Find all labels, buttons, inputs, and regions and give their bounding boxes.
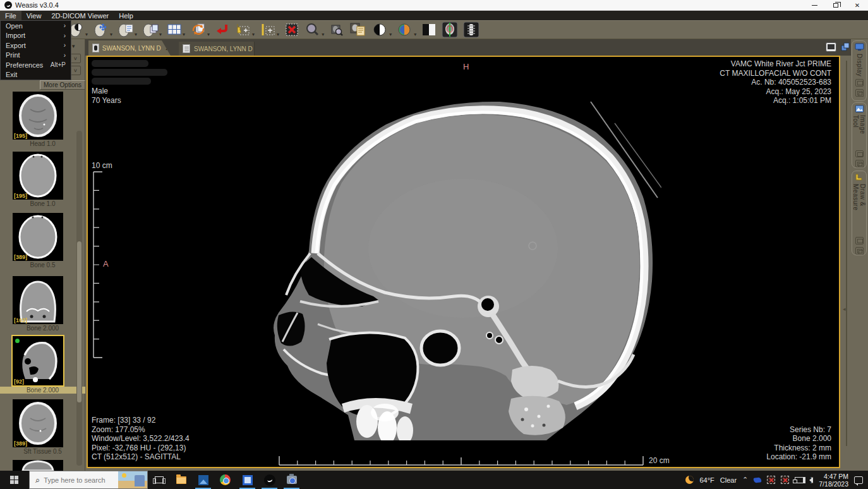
- panel-toggle-draw-measure[interactable]: Draw & Measure: [852, 171, 867, 255]
- mouse-series-scroll-button[interactable]: ▾: [118, 22, 137, 37]
- reset-button[interactable]: [215, 22, 230, 37]
- thumbnail-sft-tissue-0.5[interactable]: [389]: [13, 399, 63, 447]
- tab-close-icon[interactable]: ✕: [166, 45, 171, 52]
- pin-icon[interactable]: [855, 150, 864, 158]
- camera-app-button[interactable]: [280, 471, 303, 489]
- task-view-button[interactable]: [148, 471, 170, 489]
- ct-viewport[interactable]: Male 70 Years VAMC White River Jct PRIME…: [87, 56, 840, 468]
- tray-app-icon[interactable]: [754, 477, 762, 483]
- tray-disconnected-icon-2[interactable]: ✕: [781, 476, 789, 484]
- right-tool-panel: Display Image Tool Draw & Measure: [851, 39, 868, 471]
- pin-icon[interactable]: [855, 79, 864, 87]
- speaker-icon[interactable]: [809, 477, 813, 483]
- layout-grid-button[interactable]: ▾: [167, 22, 185, 37]
- chrome-button[interactable]: [214, 471, 236, 489]
- task-view-icon: [155, 476, 164, 483]
- dicom-xray-view-button[interactable]: [463, 21, 479, 38]
- caret-down-icon: ▾: [85, 32, 88, 37]
- weasis-application-window: Weasis v3.0.4 ✕ File View 2D-DICOM Viewe…: [0, 0, 868, 489]
- search-input[interactable]: [44, 476, 110, 484]
- photos-app-button[interactable]: [192, 471, 214, 489]
- weather-condition[interactable]: Clear: [720, 476, 737, 484]
- panel-toggle-display[interactable]: Display: [852, 40, 867, 101]
- thumbnail-partial[interactable]: [13, 460, 63, 471]
- weather-temperature[interactable]: 64°F: [699, 476, 714, 484]
- zoom-tools-button[interactable]: ▾: [304, 22, 324, 37]
- weasis-logo-icon: [4, 1, 12, 9]
- file-menu-export[interactable]: Export›: [1, 40, 71, 51]
- shortcut-label: Alt+P: [51, 61, 66, 68]
- file-menu-preferences[interactable]: PreferencesAlt+P: [1, 60, 71, 70]
- taskbar-clock[interactable]: 4:47 PM 7/18/2023: [819, 473, 848, 488]
- panel-label: Image Tool: [852, 115, 866, 147]
- slice-thickness: Thickness: 2 mm: [766, 444, 831, 453]
- weather-moon-icon[interactable]: [685, 476, 694, 484]
- file-menu-print[interactable]: Print›: [1, 51, 71, 61]
- magnify-lens-button[interactable]: [329, 22, 344, 37]
- caret-down-icon: ▾: [183, 32, 185, 37]
- thumbnail-head-1.0[interactable]: [195]: [13, 92, 63, 140]
- menu-bar: File View 2D-DICOM Viewer Help: [0, 11, 868, 20]
- menu-file[interactable]: File: [0, 11, 21, 20]
- weasis-taskbar-button[interactable]: [258, 471, 280, 489]
- image-tool-icon: [855, 105, 864, 112]
- minimize-button[interactable]: [804, 0, 825, 11]
- line-measure-tools-button[interactable]: ▾: [260, 22, 279, 37]
- window-preset-button[interactable]: ▾: [372, 22, 392, 37]
- panel-splitter[interactable]: [846, 61, 847, 446]
- taskbar-search[interactable]: ⌕: [29, 471, 148, 489]
- mpr-orthogonal-views-button[interactable]: [442, 21, 458, 38]
- thumbnail-scrollbar-thumb[interactable]: [77, 241, 81, 402]
- panel-label: Draw & Measure: [852, 184, 866, 234]
- detach-window-icon[interactable]: [855, 89, 864, 97]
- detach-window-icon[interactable]: [855, 160, 864, 167]
- display-icon: [855, 43, 864, 51]
- action-center-icon[interactable]: [854, 476, 863, 484]
- file-menu-open[interactable]: Open›: [1, 21, 71, 31]
- file-explorer-button[interactable]: [170, 471, 192, 489]
- color-lut-button[interactable]: ▾: [397, 22, 416, 37]
- patient-combo-arrow-icon[interactable]: ▾: [72, 43, 75, 49]
- institution: VAMC White River Jct PRIME: [720, 59, 831, 69]
- mouse-layouts-button[interactable]: ▾: [142, 22, 162, 37]
- start-button[interactable]: [0, 471, 29, 489]
- windows-logo-icon: [10, 476, 19, 485]
- mouse-pan-button[interactable]: ▾: [93, 22, 112, 37]
- measure-tools-button[interactable]: ▾: [235, 22, 255, 37]
- tray-disconnected-icon-1[interactable]: ✕: [767, 476, 775, 484]
- study-combo-button[interactable]: ˅: [70, 54, 81, 63]
- minimize-icon: [812, 5, 817, 6]
- screen-layout-icon[interactable]: [826, 42, 836, 54]
- delete-measurements-button[interactable]: [284, 22, 299, 37]
- thumbnail-bone-0.5[interactable]: [389]: [13, 213, 63, 261]
- network-icon[interactable]: [795, 477, 804, 483]
- submenu-arrow-icon: ›: [64, 42, 66, 49]
- splitter-collapse-icon[interactable]: ◂: [843, 306, 846, 312]
- menu-help[interactable]: Help: [114, 11, 138, 20]
- thumbnail-bone-1.0[interactable]: [195]: [13, 152, 63, 200]
- pin-icon[interactable]: [855, 237, 864, 244]
- close-button[interactable]: ✕: [847, 0, 868, 11]
- thumbnail-bone-2.000-coronal[interactable]: [103]: [13, 276, 63, 324]
- show-hidden-icons-chevron[interactable]: ⌃: [742, 476, 748, 484]
- screenshot-capture-button[interactable]: [349, 22, 367, 37]
- modality-orientation: CT (512x512) - SAGITTAL: [92, 452, 190, 462]
- synchronize-button[interactable]: ▾: [190, 22, 210, 37]
- panel-toggle-image-tool[interactable]: Image Tool: [852, 102, 867, 168]
- patient-info-overlay: Male 70 Years: [92, 60, 167, 105]
- tab-patient-1-active[interactable]: SWANSON, LYNN D ✕: [88, 40, 171, 56]
- more-options-button[interactable]: More Options: [40, 80, 85, 90]
- panel-label: Display: [856, 54, 863, 76]
- series-combo-button[interactable]: ˅: [70, 66, 81, 75]
- invert-lut-button[interactable]: [421, 22, 437, 37]
- redacted-patient-name: [92, 60, 148, 67]
- restore-button[interactable]: [825, 0, 847, 11]
- blue-app-button[interactable]: [236, 471, 258, 489]
- file-menu-exit[interactable]: Exit: [1, 70, 71, 80]
- thumbnail-bone-2.000-sagittal-selected[interactable]: [92]: [13, 336, 63, 385]
- menu-2d-dicom-viewer[interactable]: 2D-DICOM Viewer: [46, 11, 114, 20]
- tab-patient-2[interactable]: SWANSON, LYNN D: [179, 42, 255, 56]
- menu-view[interactable]: View: [21, 11, 47, 20]
- detach-window-icon[interactable]: [855, 247, 864, 255]
- file-menu-import[interactable]: Import›: [1, 31, 71, 41]
